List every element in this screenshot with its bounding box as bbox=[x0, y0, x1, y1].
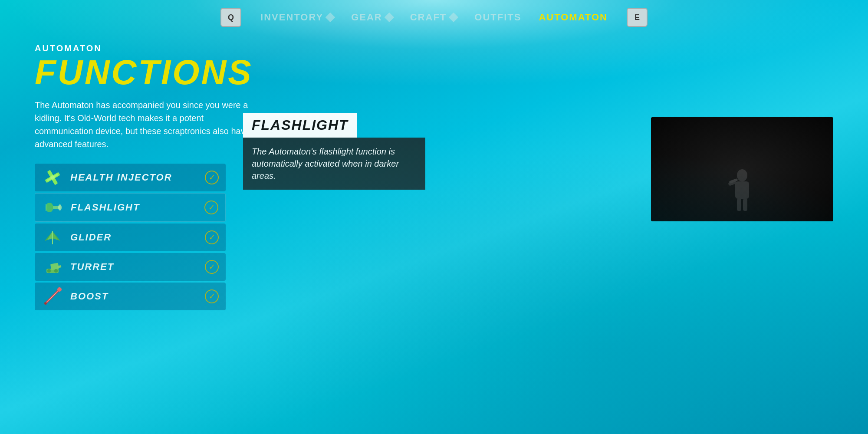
check-flashlight: ✓ bbox=[204, 201, 218, 214]
svg-point-16 bbox=[54, 269, 58, 273]
nav-item-outfits[interactable]: OUTFITS bbox=[466, 8, 530, 26]
function-item-boost[interactable]: BOOST ✓ bbox=[35, 283, 226, 310]
main-content: AUTOMATON FUNCTIONS The Automaton has ac… bbox=[0, 35, 868, 434]
svg-rect-23 bbox=[735, 181, 749, 199]
page-title: FUNCTIONS bbox=[35, 55, 833, 90]
preview-image bbox=[651, 117, 833, 221]
page-description: The Automaton has accompanied you since … bbox=[35, 99, 252, 151]
nav-label-outfits: OUTFITS bbox=[474, 12, 521, 23]
nav-key-q[interactable]: Q bbox=[220, 8, 241, 27]
check-boost: ✓ bbox=[205, 289, 219, 303]
svg-point-6 bbox=[58, 204, 62, 210]
nav-item-gear[interactable]: GEAR bbox=[342, 8, 401, 26]
detail-panel: FLASHLIGHT The Automaton's flashlight fu… bbox=[243, 113, 425, 190]
glider-icon bbox=[42, 228, 63, 247]
check-glider: ✓ bbox=[205, 230, 219, 244]
nav-key-e[interactable]: E bbox=[627, 8, 648, 27]
svg-line-21 bbox=[49, 293, 56, 300]
nav-label-automaton: AUTOMATON bbox=[539, 12, 608, 23]
boost-icon bbox=[42, 287, 63, 306]
svg-point-15 bbox=[47, 269, 51, 273]
diamond-icon-craft bbox=[449, 13, 459, 23]
function-item-glider[interactable]: GLIDER ✓ bbox=[35, 224, 226, 251]
nav-item-craft[interactable]: CRAFT bbox=[401, 8, 466, 26]
function-name-flashlight: FLASHLIGHT bbox=[71, 202, 204, 213]
svg-rect-26 bbox=[737, 199, 741, 211]
section-label: AUTOMATON bbox=[35, 43, 833, 53]
svg-point-22 bbox=[737, 169, 747, 181]
function-name-boost: BOOST bbox=[70, 291, 205, 302]
diamond-icon-gear bbox=[384, 13, 394, 23]
detail-title-text: FLASHLIGHT bbox=[252, 117, 349, 133]
svg-point-4 bbox=[46, 203, 53, 212]
nav-label-inventory: INVENTORY bbox=[260, 12, 323, 23]
nav-label-gear: GEAR bbox=[351, 12, 382, 23]
function-name-glider: GLIDER bbox=[70, 232, 205, 243]
navbar: Q INVENTORY GEAR CRAFT OUTFITS AUTOMATON… bbox=[0, 0, 868, 35]
nav-item-automaton[interactable]: AUTOMATON bbox=[530, 8, 616, 26]
function-list: HEALTH INJECTOR ✓ FLASHLIGHT ✓ bbox=[35, 164, 226, 310]
check-health-injector: ✓ bbox=[205, 171, 219, 184]
svg-rect-27 bbox=[743, 199, 747, 211]
check-turret: ✓ bbox=[205, 260, 219, 274]
diamond-icon-inventory bbox=[326, 13, 335, 23]
function-item-health-injector[interactable]: HEALTH INJECTOR ✓ bbox=[35, 164, 226, 191]
detail-title-box: FLASHLIGHT bbox=[243, 113, 357, 138]
turret-icon bbox=[42, 257, 63, 276]
function-name-turret: TURRET bbox=[70, 261, 205, 273]
detail-description: The Automaton's flashlight function is a… bbox=[243, 138, 425, 190]
svg-point-3 bbox=[50, 175, 55, 180]
preview-panel bbox=[651, 117, 833, 221]
function-item-flashlight[interactable]: FLASHLIGHT ✓ bbox=[35, 193, 226, 222]
nav-item-inventory[interactable]: INVENTORY bbox=[252, 8, 342, 26]
function-item-turret[interactable]: TURRET ✓ bbox=[35, 253, 226, 281]
nav-label-craft: CRAFT bbox=[410, 12, 447, 23]
svg-point-20 bbox=[44, 302, 47, 305]
function-name-health-injector: HEALTH INJECTOR bbox=[70, 172, 205, 183]
flashlight-icon bbox=[42, 198, 64, 217]
health-injector-icon bbox=[42, 168, 63, 187]
svg-point-19 bbox=[57, 287, 62, 292]
